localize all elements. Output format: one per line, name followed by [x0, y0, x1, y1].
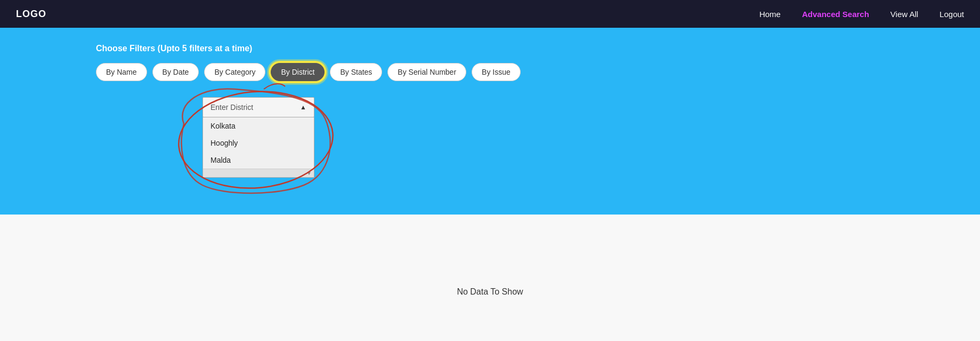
district-dropdown-list: Kolkata Hooghly Malda ▼: [203, 117, 314, 178]
district-dropdown-list-inner[interactable]: Kolkata Hooghly Malda: [203, 117, 314, 169]
filter-section: Choose Filters (Upto 5 filters at a time…: [0, 28, 980, 215]
dropdown-item-kolkata[interactable]: Kolkata: [203, 117, 314, 134]
nav-links: Home Advanced Search View All Logout: [759, 10, 964, 19]
filter-buttons: By Name By Date By Category By District …: [96, 63, 884, 81]
district-dropdown-placeholder: Enter District: [210, 103, 253, 112]
scroll-down-indicator[interactable]: ▼: [306, 170, 312, 176]
nav-home[interactable]: Home: [759, 10, 781, 19]
dropdown-item-malda[interactable]: Malda: [203, 152, 314, 169]
filter-btn-by-date[interactable]: By Date: [152, 63, 199, 81]
filter-label: Choose Filters (Upto 5 filters at a time…: [96, 44, 884, 53]
logo: LOGO: [16, 9, 46, 20]
nav-view-all[interactable]: View All: [890, 10, 918, 19]
dropdown-wrapper: Enter District ▲ Kolkata Hooghly Malda ▼: [203, 97, 884, 178]
no-data-text: No Data To Show: [457, 287, 523, 297]
navbar: LOGO Home Advanced Search View All Logou…: [0, 0, 980, 28]
filter-btn-by-category[interactable]: By Category: [204, 63, 265, 81]
nav-advanced-search[interactable]: Advanced Search: [802, 10, 869, 19]
filter-btn-by-issue[interactable]: By Issue: [472, 63, 521, 81]
filter-btn-by-district[interactable]: By District: [271, 63, 325, 81]
content-section: No Data To Show: [0, 215, 980, 341]
dropdown-item-hooghly[interactable]: Hooghly: [203, 134, 314, 152]
nav-logout[interactable]: Logout: [939, 10, 964, 19]
filter-btn-by-name[interactable]: By Name: [96, 63, 147, 81]
district-dropdown-header[interactable]: Enter District ▲: [203, 97, 314, 117]
filter-btn-by-states[interactable]: By States: [330, 63, 382, 81]
filter-btn-by-serial-number[interactable]: By Serial Number: [387, 63, 466, 81]
dropdown-arrow-up-icon: ▲: [300, 104, 306, 111]
